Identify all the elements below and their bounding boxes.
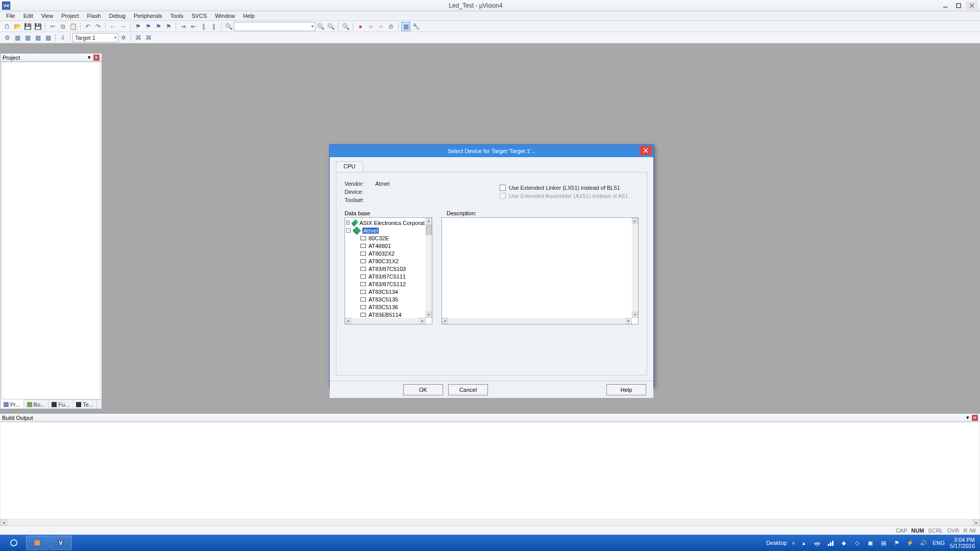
cancel-button[interactable]: Cancel [448,384,488,395]
vendor-icon [351,219,358,226]
taskbar: V Desktop » ▴ ◆ ◇ ▣ ▤ ⚑ ⚡ 🔊 ENG 3:04 PM … [0,535,980,551]
tree-vendor-atmel[interactable]: Atmel [362,228,379,234]
scroll-right-icon[interactable]: ▸ [420,318,426,324]
chip-icon [360,290,366,294]
vendor-icon [353,226,361,235]
taskbar-app-uvision[interactable]: V [50,536,72,550]
dialog-form: Vendor:Atmel Device: Toolset: Use Extend… [336,172,647,375]
status-cap: CAP [896,528,908,534]
vendor-label: Vendor: [345,181,375,187]
tab-cpu[interactable]: CPU [336,161,363,172]
tree-device[interactable]: AT83/87C5111 [369,273,406,280]
tray-overflow-icon[interactable]: ▴ [800,539,808,547]
device-label: Device: [345,189,375,195]
chk-extended-assembler: Use Extended Assembler (AX51) instead of… [500,193,638,199]
chip-icon [360,252,366,256]
tree-device[interactable]: AT83/87C5112 [369,281,406,287]
desc-vscrollbar[interactable]: ▴▾ [632,218,638,318]
tree-device[interactable]: AT83EB5114 [369,312,402,318]
tray-icon[interactable]: ▣ [866,539,874,547]
status-rw: R /W [964,528,976,534]
volume-icon[interactable]: 🔊 [919,539,927,547]
chip-icon [360,244,366,248]
tree-device[interactable]: AT83C5136 [369,304,398,310]
modal-overlay: Select Device for Target 'Target 1'... C… [0,0,980,551]
database-label: Data base [345,210,447,216]
toolset-label: Toolset: [345,197,375,203]
svg-rect-12 [830,542,831,546]
network-icon[interactable] [826,539,835,547]
taskbar-app-paint[interactable] [26,536,48,550]
extended-options: Use Extended Linker (LX51) instead of BL… [500,185,638,201]
tree-device[interactable]: AT83C5135 [369,296,398,303]
power-icon[interactable]: ⚡ [906,539,914,547]
tray-icon[interactable]: ▤ [879,539,888,547]
expand-icon[interactable]: + [346,220,350,225]
chip-icon [360,305,366,309]
action-center-icon[interactable]: ⚑ [893,539,901,547]
desc-hscrollbar[interactable]: ◂▸ [442,318,632,324]
tree-vscrollbar[interactable]: ▴▾ [426,218,432,318]
desktop-chevron-icon[interactable]: » [792,540,795,546]
status-num: NUM [911,528,924,534]
scroll-right-icon[interactable]: ▸ [626,318,632,324]
scroll-left-icon[interactable]: ◂ [442,318,448,324]
svg-point-6 [11,540,17,546]
status-scrl: SCRL [928,528,943,534]
device-tree[interactable]: +ASIX Electronics Corporat −Atmel 80C32E… [345,217,432,324]
svg-text:V: V [59,540,63,546]
clock-date: 5/17/2016 [950,543,975,549]
help-button[interactable]: Help [606,384,646,395]
scroll-down-icon[interactable]: ▾ [632,312,638,318]
scroll-down-icon[interactable]: ▾ [426,312,432,318]
tree-device[interactable]: AT83/87C5103 [369,266,406,272]
scroll-thumb[interactable] [426,224,432,235]
tray-icon[interactable]: ◇ [853,539,861,547]
scroll-up-icon[interactable]: ▴ [426,218,432,224]
chip-icon [360,297,366,302]
ok-button[interactable]: OK [403,384,443,395]
tree-device[interactable]: AT48801 [369,243,391,249]
vendor-value: Atmel [375,181,389,187]
desktop-toolbar-label[interactable]: Desktop [766,540,787,546]
chk-extended-linker[interactable]: Use Extended Linker (LX51) instead of BL… [500,185,638,191]
dialog-close-button[interactable] [640,146,652,155]
checkbox-icon [500,193,506,199]
system-tray: Desktop » ▴ ◆ ◇ ▣ ▤ ⚑ ⚡ 🔊 ENG 3:04 PM 5/… [766,537,978,549]
chip-icon [360,259,366,263]
chip-icon [360,313,366,317]
chip-icon [360,274,366,279]
tree-vendor-asix[interactable]: ASIX Electronics Corporat [359,220,425,226]
scroll-up-icon[interactable]: ▴ [632,218,638,224]
dialog-tabs: CPU [336,161,647,172]
tree-device[interactable]: AT80C31X2 [369,258,399,264]
select-device-dialog: Select Device for Target 'Target 1'... C… [329,144,654,387]
svg-point-10 [817,545,818,546]
wifi-icon[interactable] [813,539,821,547]
tree-device[interactable]: AT8032X2 [369,251,395,257]
svg-rect-7 [35,540,40,545]
taskbar-start[interactable] [3,536,25,550]
checkbox-icon[interactable] [500,185,506,191]
dialog-title: Select Device for Target 'Target 1'... [448,148,536,154]
dialog-button-row: OK Cancel Help [330,381,653,398]
description-box[interactable]: ▴▾ ◂▸ [442,217,639,324]
clock-time: 3:04 PM [950,537,975,543]
chip-icon [360,236,366,240]
tree-hscrollbar[interactable]: ◂▸ [345,318,426,324]
dialog-body: CPU Vendor:Atmel Device: Toolset: Use Ex… [330,157,653,381]
tree-device[interactable]: 80C32E [369,235,389,241]
chip-icon [360,282,366,286]
tray-icon[interactable]: ◆ [840,539,848,547]
status-bar: CAP NUM SCRL OVR R /W [0,525,980,535]
language-indicator[interactable]: ENG [933,540,945,546]
svg-rect-13 [832,541,834,546]
clock[interactable]: 3:04 PM 5/17/2016 [950,537,975,549]
scroll-left-icon[interactable]: ◂ [345,318,351,324]
tree-device[interactable]: AT83C5134 [369,289,398,295]
dialog-titlebar[interactable]: Select Device for Target 'Target 1'... [330,145,653,157]
chip-icon [360,267,366,271]
description-label: Description: [447,210,476,216]
collapse-icon[interactable]: − [346,228,351,233]
svg-rect-11 [828,544,829,546]
